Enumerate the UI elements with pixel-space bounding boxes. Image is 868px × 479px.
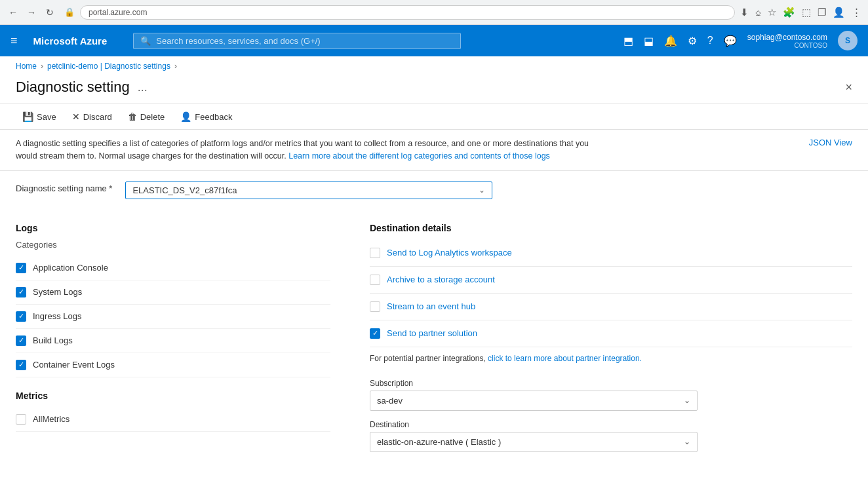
feedback-label: Feedback <box>195 112 232 122</box>
page-title: Diagnostic setting <box>16 79 130 96</box>
logs-section-header: Logs <box>16 223 330 233</box>
partner-solution-label[interactable]: Send to partner solution <box>387 328 477 338</box>
setting-name-value: ELASTIC_DS_V2_c87f1fca <box>132 185 479 195</box>
cast-icon[interactable]: ⎐ <box>755 7 761 18</box>
user-tenant: CONTOSO <box>795 42 827 49</box>
ext-icon[interactable]: 🧩 <box>783 7 795 18</box>
save-button[interactable]: 💾 Save <box>16 108 63 125</box>
two-col-layout: Logs Categories Application Console Syst… <box>16 212 852 452</box>
discard-button[interactable]: ✕ Discard <box>66 108 119 125</box>
info-bar: A diagnostic setting specifies a list of… <box>0 130 868 171</box>
destination-chevron-icon: ⌄ <box>684 437 690 446</box>
ingress-logs-label: Ingress Logs <box>33 311 81 321</box>
user-avatar[interactable]: S <box>838 31 858 50</box>
app-console-checkbox[interactable] <box>16 263 26 273</box>
destination-dropdown[interactable]: elastic-on-azure-native ( Elastic ) ⌄ <box>370 432 698 452</box>
storage-account-label[interactable]: Archive to a storage account <box>387 275 495 284</box>
search-icon: 🔍 <box>140 36 151 46</box>
system-logs-checkbox[interactable] <box>16 287 26 297</box>
breadcrumb-parent[interactable]: petclinic-demo | Diagnostic settings <box>47 62 170 71</box>
system-logs-label: System Logs <box>33 287 82 297</box>
discard-label: Discard <box>83 112 112 122</box>
page-header: Diagnostic setting ... × <box>0 76 868 104</box>
build-logs-label: Build Logs <box>33 335 73 345</box>
refresh-button[interactable]: ↻ <box>43 6 56 19</box>
subscription-value: sa-dev <box>377 396 403 406</box>
feedback-icon[interactable]: 💬 <box>724 35 737 47</box>
subscription-label: Subscription <box>370 379 852 388</box>
url-text: portal.azure.com <box>89 8 147 17</box>
azure-nav: ≡ Microsoft Azure 🔍 Search resources, se… <box>0 25 868 56</box>
help-icon[interactable]: ? <box>707 35 713 47</box>
left-panel: Logs Categories Application Console Syst… <box>16 212 330 452</box>
event-hub-checkbox[interactable] <box>370 301 380 312</box>
notification-icon[interactable]: 🔔 <box>664 35 677 47</box>
ingress-logs-checkbox[interactable] <box>16 311 26 322</box>
feedback-icon: 👤 <box>180 111 191 122</box>
container-event-logs-label: Container Event Logs <box>33 360 115 370</box>
partner-note-link[interactable]: click to learn more about partner integr… <box>488 354 642 363</box>
lock-icon: 🔒 <box>64 7 75 17</box>
toolbar: 💾 Save ✕ Discard 🗑 Delete 👤 Feedback <box>0 104 868 130</box>
subscription-chevron-icon: ⌄ <box>684 396 690 405</box>
settings-icon[interactable]: ⚙ <box>688 35 697 47</box>
json-view-link[interactable]: JSON View <box>809 138 852 147</box>
puzzle-icon[interactable]: ⬚ <box>802 7 811 18</box>
build-logs-checkbox[interactable] <box>16 335 26 346</box>
discard-icon: ✕ <box>72 111 80 122</box>
download-icon[interactable]: ⬇ <box>740 7 749 18</box>
setting-name-group: Diagnostic setting name * ELASTIC_DS_V2_… <box>16 182 852 199</box>
categories-label: Categories <box>16 240 330 250</box>
container-event-logs-checkbox[interactable] <box>16 360 26 370</box>
learn-more-link[interactable]: Learn more about the different log categ… <box>288 151 550 161</box>
back-button[interactable]: ← <box>7 6 20 19</box>
subscription-dropdown[interactable]: sa-dev ⌄ <box>370 391 698 411</box>
setting-name-chevron-icon: ⌄ <box>479 185 485 195</box>
log-items-list: Application Console System Logs Ingress … <box>16 256 330 377</box>
setting-name-field[interactable]: ELASTIC_DS_V2_c87f1fca ⌄ <box>125 182 492 199</box>
url-bar[interactable]: portal.azure.com <box>80 5 735 20</box>
delete-label: Delete <box>140 112 165 122</box>
directory-icon[interactable]: ⬓ <box>644 35 654 47</box>
list-item: Ingress Logs <box>16 305 330 329</box>
log-analytics-label[interactable]: Send to Log Analytics workspace <box>387 248 512 258</box>
hamburger-menu[interactable]: ≡ <box>10 34 18 48</box>
delete-button[interactable]: 🗑 Delete <box>121 108 172 125</box>
list-item: System Logs <box>16 280 330 305</box>
right-panel: Destination details Send to Log Analytic… <box>370 212 852 452</box>
star-icon[interactable]: ☆ <box>768 7 776 18</box>
partner-note: For potential partner integrations, clic… <box>370 347 852 370</box>
azure-logo-title: Microsoft Azure <box>33 35 108 47</box>
main-content: Diagnostic setting name * ELASTIC_DS_V2_… <box>0 171 868 463</box>
user-info: sophiag@contoso.com CONTOSO <box>747 33 827 49</box>
subscription-group: Subscription sa-dev ⌄ <box>370 379 852 411</box>
breadcrumb-home[interactable]: Home <box>16 62 37 71</box>
menu-icon[interactable]: ⋮ <box>852 7 861 18</box>
storage-account-checkbox[interactable] <box>370 275 380 285</box>
browser-chrome: ← → ↻ 🔒 portal.azure.com ⬇ ⎐ ☆ 🧩 ⬚ ❐ 👤 ⋮ <box>0 0 868 25</box>
log-analytics-checkbox[interactable] <box>370 248 380 258</box>
partner-solution-checkbox[interactable] <box>370 328 380 339</box>
destination-section-header: Destination details <box>370 223 852 233</box>
window-icon[interactable]: ❐ <box>818 7 826 18</box>
browser-actions: ⬇ ⎐ ☆ 🧩 ⬚ ❐ 👤 ⋮ <box>740 7 861 18</box>
page-options-dots[interactable]: ... <box>138 81 148 94</box>
partner-note-prefix: For potential partner integrations, <box>370 354 486 363</box>
dest-event-hub: Stream to an event hub <box>370 294 852 320</box>
metrics-section-header: Metrics <box>16 391 330 401</box>
delete-icon: 🗑 <box>128 111 137 122</box>
save-icon: 💾 <box>22 111 33 122</box>
feedback-button[interactable]: 👤 Feedback <box>174 108 239 125</box>
breadcrumb-sep-2: › <box>174 62 177 71</box>
event-hub-label[interactable]: Stream to an event hub <box>387 301 475 311</box>
forward-button[interactable]: → <box>25 6 38 19</box>
page-title-area: Diagnostic setting ... <box>16 79 148 96</box>
profile-icon[interactable]: 👤 <box>833 7 845 18</box>
close-button[interactable]: × <box>845 81 852 94</box>
global-search[interactable]: 🔍 Search resources, services, and docs (… <box>133 33 461 49</box>
dest-partner-solution: Send to partner solution <box>370 320 852 347</box>
cloud-shell-icon[interactable]: ⬒ <box>623 35 633 47</box>
allmetrics-checkbox[interactable] <box>16 414 26 425</box>
search-placeholder: Search resources, services, and docs (G+… <box>156 36 320 46</box>
breadcrumb-sep-1: › <box>41 62 43 71</box>
